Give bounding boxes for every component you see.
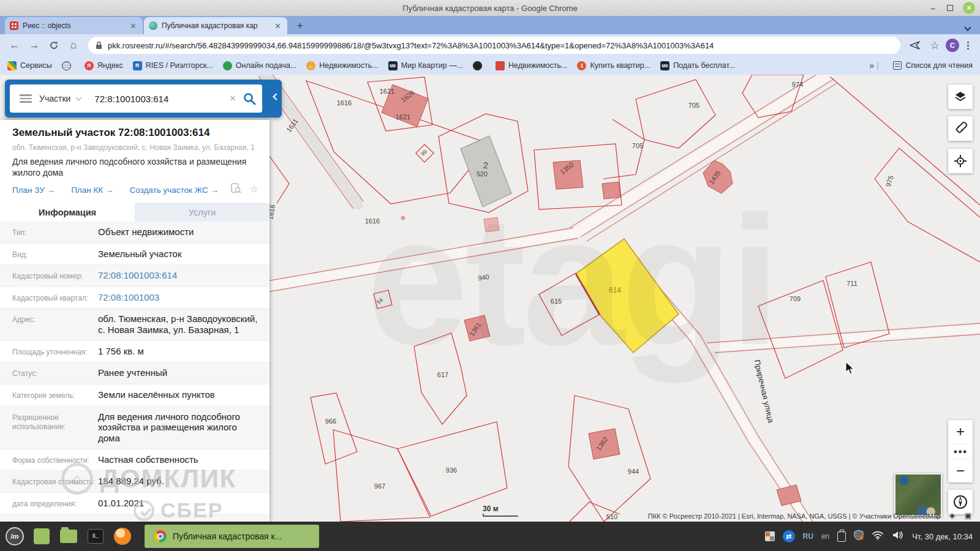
object-info-panel: Земельный участок 72:08:1001003:614 обл.…: [0, 120, 270, 522]
field-value[interactable]: 72:08:1001003: [98, 292, 159, 303]
field-value: Для ведения личного подсобного хозяйства…: [98, 411, 261, 444]
home-button[interactable]: ⌂: [65, 37, 82, 54]
search-category-dropdown[interactable]: Участки: [39, 94, 70, 103]
tab-close-icon[interactable]: ✕: [129, 21, 138, 31]
bookmark-item[interactable]: ЯЯндекс: [85, 61, 123, 70]
reading-list-button[interactable]: Список для чтения: [905, 61, 973, 70]
tab-ries[interactable]: Риес :: objects ✕: [5, 17, 143, 34]
tab-services[interactable]: Услуги: [135, 203, 270, 222]
layers-button[interactable]: [948, 84, 973, 109]
chevron-down-icon[interactable]: [76, 95, 82, 101]
profile-avatar[interactable]: C: [946, 39, 959, 52]
bookmark-item[interactable]: [62, 61, 75, 70]
field-value: Ранее учтенный: [98, 367, 167, 378]
layout-en-indicator[interactable]: en: [821, 532, 829, 541]
maximize-button[interactable]: [947, 5, 953, 11]
clipboard-tray-icon[interactable]: [837, 531, 846, 542]
bookmark-item[interactable]: Недвижимость...: [496, 61, 567, 70]
field-value[interactable]: 72:08:1001003:614: [98, 270, 177, 281]
map-scale: 30 м: [483, 504, 518, 517]
map-label: 1621: [396, 113, 410, 121]
minimize-button[interactable]: –: [929, 4, 937, 12]
reading-list-icon: [893, 61, 902, 70]
bookmark-item[interactable]: 1Купить квартир...: [577, 61, 650, 70]
attribution-icons[interactable]: ⌂ ◈ ▣: [936, 511, 975, 520]
favorite-star-icon[interactable]: ☆: [250, 183, 258, 196]
terminal-button[interactable]: $_: [85, 525, 107, 547]
zoom-in-button[interactable]: +: [948, 420, 973, 443]
search-input[interactable]: Участки 72:8:1001003:614 ×: [10, 84, 262, 113]
reload-button[interactable]: [45, 37, 62, 54]
bookmark-item[interactable]: [473, 61, 486, 70]
new-tab-button[interactable]: +: [292, 18, 308, 34]
chrome-menu-button[interactable]: [962, 37, 974, 54]
wifi-tray-icon[interactable]: [872, 531, 884, 542]
send-button[interactable]: [907, 37, 924, 54]
zoom-out-button[interactable]: −: [948, 459, 973, 482]
close-button[interactable]: ×: [963, 2, 975, 14]
doc-search-icon[interactable]: [231, 183, 241, 196]
back-button[interactable]: ←: [6, 37, 23, 54]
my-position-button[interactable]: [948, 149, 973, 173]
etagi-watermark: etagi: [366, 178, 777, 384]
object-action-link[interactable]: Создать участок ЖС →: [129, 186, 219, 195]
field-label: дата определения:: [12, 498, 98, 509]
field-value: Земли населённых пунктов: [98, 389, 215, 400]
tab-search-chevron-icon[interactable]: [964, 24, 971, 31]
panel-collapse-chevron-icon[interactable]: [273, 93, 279, 100]
calculator-tray-icon[interactable]: [765, 531, 775, 541]
teamviewer-tray-icon[interactable]: ⇄: [783, 530, 795, 542]
bookmarks-overflow-button[interactable]: »: [869, 61, 874, 70]
field-row: Вид:Земельный участок: [0, 244, 270, 266]
tab-close-icon[interactable]: ✕: [273, 21, 282, 31]
browser-orange-button[interactable]: [111, 525, 134, 547]
tab-pkk-active[interactable]: Публичная кадастровая кар ✕: [144, 17, 287, 34]
files-button[interactable]: [31, 525, 53, 547]
bookmark-item[interactable]: Сервисы: [7, 61, 52, 70]
search-icon[interactable]: [243, 92, 256, 105]
field-row: дата определения:01.01.2021: [0, 493, 270, 515]
compass-button[interactable]: [948, 490, 973, 514]
field-row: Статус:Ранее учтенный: [0, 362, 270, 384]
url-text: pkk.rosreestr.ru/#/search/56.48284399999…: [108, 41, 714, 50]
zoom-more-button[interactable]: ●●●: [948, 443, 973, 459]
ruler-icon: [954, 122, 967, 135]
url-bar[interactable]: pkk.rosreestr.ru/#/search/56.48284399999…: [88, 37, 900, 54]
overview-minimap[interactable]: [894, 473, 942, 516]
taskbar-clock[interactable]: Чт, 30 дек, 10:34: [912, 532, 973, 541]
object-action-link[interactable]: План ЗУ →: [12, 186, 55, 195]
bookmark-item[interactable]: ⌂Недвижимость...: [306, 61, 378, 70]
field-value: -: [98, 519, 101, 522]
bookmark-star-button[interactable]: ☆: [926, 37, 943, 54]
bookmark-label: Купить квартир...: [590, 61, 650, 70]
object-action-link[interactable]: План КК →: [71, 186, 113, 195]
map-label: 936: [446, 467, 457, 474]
bookmark-item[interactable]: RRIES / Риэлторск...: [133, 61, 213, 70]
bookmarks-divider: |: [876, 61, 878, 70]
bookmark-item[interactable]: Онлайн подача...: [223, 61, 297, 70]
map-label: 705: [632, 142, 643, 149]
bookmark-item[interactable]: МКМир Квартир —...: [388, 61, 463, 70]
red-flag-icon: [496, 61, 505, 70]
panel-tabs: Информация Услуги: [0, 203, 270, 222]
layout-ru-indicator[interactable]: RU: [803, 532, 813, 541]
tab-information[interactable]: Информация: [0, 203, 135, 222]
field-value: 184 889,24 руб.: [98, 476, 164, 487]
field-value: Объект недвижимости: [98, 227, 194, 238]
map-label: 711: [846, 280, 858, 287]
measure-button[interactable]: [948, 116, 973, 141]
search-query-text[interactable]: 72:8:1001003:614: [94, 94, 230, 104]
clear-search-icon[interactable]: ×: [230, 92, 236, 105]
map-label: 2: [483, 160, 488, 170]
mint-menu-button[interactable]: lm: [4, 525, 26, 547]
shield-tray-icon[interactable]: [854, 530, 864, 543]
folder-button[interactable]: [58, 525, 80, 547]
field-row: Кадастровый номер:72:08:1001003:614: [0, 265, 270, 287]
apps-grid-icon: [7, 61, 17, 70]
lock-icon: [96, 41, 102, 50]
bookmark-item[interactable]: МКПодать бесплат...: [660, 61, 735, 70]
forward-button[interactable]: →: [26, 37, 43, 54]
menu-hamburger-icon[interactable]: [20, 94, 32, 103]
active-task-button[interactable]: Публичная кадастровая к...: [145, 525, 319, 548]
volume-tray-icon[interactable]: [892, 530, 904, 542]
